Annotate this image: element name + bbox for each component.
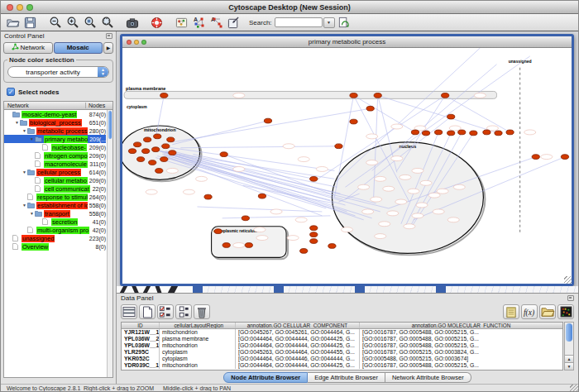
expander-icon[interactable]: ▼	[22, 128, 27, 133]
expander-icon[interactable]: ▼	[22, 203, 27, 208]
gene-label-node	[416, 203, 428, 208]
expander-icon[interactable]: ▼	[29, 211, 35, 216]
close-button[interactable]	[7, 4, 13, 11]
close-icon[interactable]	[127, 40, 132, 45]
table-scrollbar[interactable]: ▲ ▼	[564, 322, 574, 370]
column-header[interactable]: _cellularLayoutRegion	[160, 323, 236, 328]
create-attribute-button[interactable]	[139, 304, 156, 319]
expander-icon[interactable]: ▼	[22, 170, 27, 174]
column-header[interactable]: annotation.GO CELLULAR_COMPONENT	[236, 323, 360, 328]
tree-row[interactable]: nucleobase-209(0)	[4, 143, 106, 151]
scroll-down-icon[interactable]: ▼	[565, 362, 573, 370]
tree-column-nodes: Nodes	[86, 103, 112, 108]
table-row[interactable]: YDR039C__1mitochondrion[GO:0044464, GO:0…	[122, 362, 562, 369]
app-resize-grip[interactable]	[570, 385, 578, 392]
gene-label-node	[233, 166, 245, 171]
tree-scrollbar[interactable]	[107, 110, 112, 377]
zoom-button[interactable]	[26, 4, 33, 11]
minimize-button[interactable]	[17, 4, 23, 11]
float-panel-icon[interactable]	[567, 295, 574, 301]
tree-row[interactable]: macromolecule311(0)	[4, 160, 106, 168]
tree-row[interactable]: multi-organism pro42(0)	[4, 226, 106, 234]
table-row[interactable]: YPL036W__2plasma membrane[GO:0044464, GO…	[122, 336, 562, 342]
tab-node-attribute-browser[interactable]: Node Attribute Browser	[223, 372, 308, 383]
tree-row[interactable]: response to stimulu264(0)	[4, 193, 106, 201]
select-attributes-button[interactable]	[157, 304, 174, 319]
help-button[interactable]	[148, 15, 165, 30]
attribute-table[interactable]: ID_cellularLayoutRegionannotation.GO CEL…	[121, 322, 563, 370]
refresh-attributes-button[interactable]	[335, 15, 352, 30]
zoom-out-button[interactable]	[46, 15, 64, 30]
tab-network[interactable]: Network	[3, 42, 53, 54]
gene-node	[264, 118, 271, 123]
table-row[interactable]: YLR295Ccytoplasm[GO:0045263, GO:0044464,…	[122, 349, 562, 356]
layout-annotation-2-button[interactable]: A	[208, 15, 225, 30]
gene-node	[136, 157, 144, 162]
table-row[interactable]: YPL036W__1mitochondrion[GO:0044464, GO:0…	[122, 342, 562, 349]
import-attributes-button[interactable]	[539, 304, 556, 319]
delete-attribute-button[interactable]	[194, 304, 210, 319]
tree-row[interactable]: cell communicat22(0)	[4, 184, 106, 193]
column-header[interactable]: ID	[122, 323, 160, 328]
expander-icon[interactable]: ▼	[14, 120, 20, 125]
tree-row[interactable]: ▼cellular process614(0)	[4, 168, 106, 176]
tree-row[interactable]: mosaic-demo-yeast874(0)	[4, 110, 106, 118]
select-nodes-checkbox[interactable]: ✓	[7, 88, 15, 96]
tree-row[interactable]: ▼establishment of lo558(0)	[4, 201, 106, 209]
zoom-in-button[interactable]	[64, 15, 81, 30]
title-bar[interactable]: Cytoscape Desktop (New Session)	[1, 1, 578, 14]
float-panel-icon[interactable]	[106, 33, 112, 39]
gene-label-node	[341, 227, 352, 232]
tree-row[interactable]: ▼biological_process651(0)	[4, 118, 106, 127]
maximize-icon[interactable]	[141, 40, 146, 45]
tab-network-attribute-browser[interactable]: Network Attribute Browser	[385, 372, 471, 383]
tree-row[interactable]: Overview8(0)	[4, 242, 106, 251]
zoom-selected-region-button[interactable]	[98, 15, 116, 30]
save-session-button[interactable]	[22, 15, 39, 30]
tree-row[interactable]: ▼transport558(0)	[4, 209, 106, 218]
scrollbar-thumb[interactable]	[566, 323, 572, 342]
vizmapper-button[interactable]	[173, 15, 190, 30]
network-window-titlebar[interactable]: primary metabolic process	[122, 36, 572, 48]
gene-node	[328, 244, 336, 249]
layout-annotation-1-button[interactable]: A	[190, 15, 208, 30]
gene-label-node	[400, 174, 411, 179]
tab-edge-attribute-browser[interactable]: Edge Attribute Browser	[308, 372, 385, 383]
tree-row[interactable]: unassigned223(0)	[4, 234, 106, 242]
attribute-editor-button[interactable]	[503, 304, 519, 319]
tab-mosaic[interactable]: Mosaic	[54, 42, 103, 54]
open-file-button[interactable]	[4, 15, 22, 30]
import-network-button[interactable]	[225, 15, 242, 30]
table-row[interactable]: YJR121W__1mitochondrion[GO:0045267, GO:0…	[122, 329, 562, 336]
tree-row[interactable]: cellular metabo209(0)	[4, 176, 106, 184]
network-window-controls	[127, 40, 146, 45]
window-resize-grip[interactable]	[564, 276, 572, 284]
node-count: 280(0)	[88, 128, 106, 134]
expander-icon[interactable]: ▼	[29, 136, 35, 141]
tree-row[interactable]: ▼primary metabo209(...	[4, 135, 106, 143]
gene-label-node	[183, 189, 194, 194]
tree-row[interactable]: secretion41(0)	[4, 218, 106, 226]
function-builder-button[interactable]: f(x)	[521, 304, 538, 319]
node-color-dropdown[interactable]: transporter activity ▲▼	[7, 66, 109, 78]
search-dropdown-button[interactable]: ▼	[323, 17, 335, 28]
gene-label-node	[283, 144, 294, 149]
search-input[interactable]	[275, 17, 323, 27]
tab-overflow-arrow[interactable]: ▶	[103, 42, 113, 54]
network-view-window[interactable]: primary metabolic process plasma membran…	[120, 34, 574, 286]
gene-label-node	[362, 209, 374, 214]
unselect-attributes-button[interactable]	[175, 304, 192, 319]
column-header[interactable]: annotation.GO MOLECULAR_FUNCTION	[360, 323, 562, 328]
scroll-up-icon[interactable]: ▲	[565, 355, 573, 362]
tree-row[interactable]: nitrogen compo209(0)	[4, 151, 106, 160]
network-canvas[interactable]: plasma membranecytoplasmmitochondrionnuc…	[122, 48, 572, 284]
take-snapshot-button[interactable]	[123, 15, 141, 30]
tree-row[interactable]: ▼metabolic process280(0)	[4, 127, 106, 135]
table-row[interactable]: YKR052Ccytoplasm[GO:0044464, GO:0044446,…	[122, 356, 562, 362]
network-name: biological_process	[29, 119, 82, 127]
zoom-fit-button[interactable]	[81, 15, 98, 30]
minimize-icon[interactable]	[134, 40, 139, 45]
table-cell: [GO:0044464, GO:0044444, GO:0044425, G..…	[236, 362, 360, 369]
attribute-matrix-button[interactable]	[557, 304, 574, 319]
attribute-table-button[interactable]	[121, 304, 137, 319]
